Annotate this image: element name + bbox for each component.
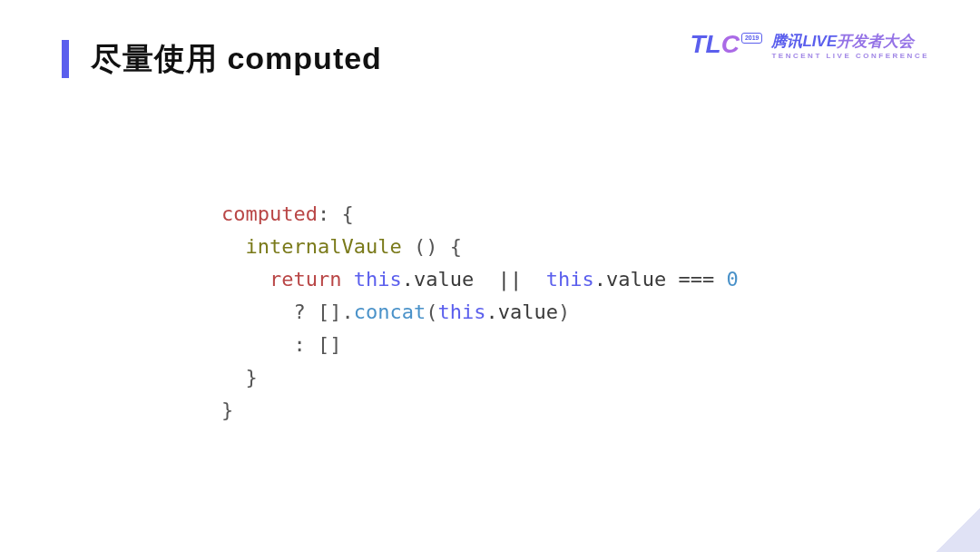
logo-letter-t: T [690, 30, 705, 58]
code-function-name: internalVaule [246, 235, 402, 258]
page-corner-fold-icon [936, 508, 980, 552]
code-method-concat: concat [354, 301, 426, 323]
code-this: this [354, 268, 402, 291]
conference-name-cn: 腾讯LIVE开发者大会 [771, 31, 929, 52]
code-keyword-return: return [270, 268, 341, 291]
conference-name-en: TENCENT LIVE CONFERENCE [771, 52, 929, 60]
code-snippet: computed: { internalVaule () { return th… [221, 198, 739, 427]
code-literal-zero: 0 [726, 268, 738, 291]
logo-letter-c: C [721, 30, 740, 58]
logo-year-badge: 2019 [741, 33, 763, 44]
logo-letter-l: L [706, 30, 721, 58]
logo-tlc: TLC2019 [690, 33, 762, 56]
title-accent-bar [62, 40, 69, 78]
code-property: computed [221, 202, 318, 225]
slide-title: 尽量使用 computed [91, 38, 382, 80]
conference-logo: TLC2019 腾讯LIVE开发者大会 TENCENT LIVE CONFERE… [690, 33, 929, 60]
